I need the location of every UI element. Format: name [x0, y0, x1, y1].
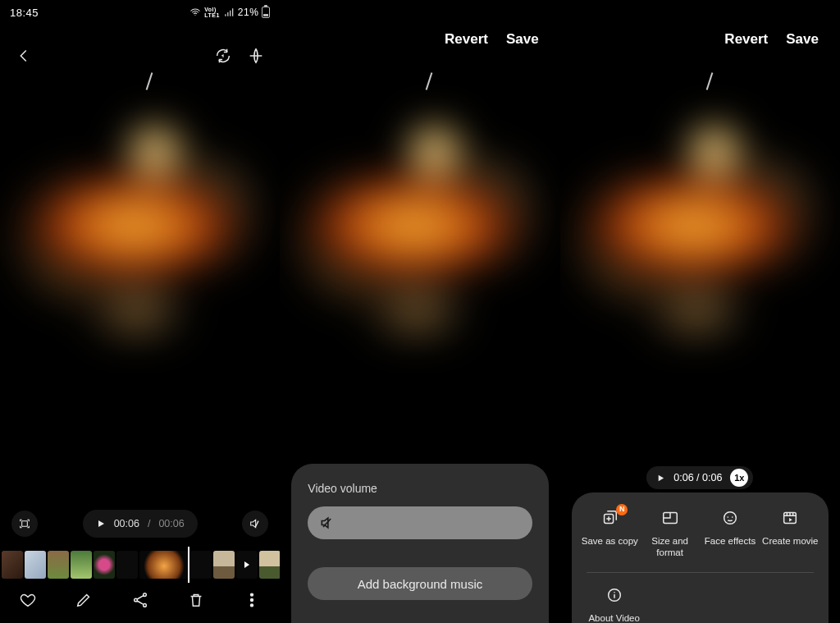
video-volume-screen: Revert Save Video volume Add background … — [280, 0, 559, 623]
gallery-video-screen: 18:45 VoI)LTE1 21% — [0, 0, 280, 623]
bottom-action-bar — [0, 582, 280, 618]
divider — [587, 572, 814, 573]
tool-label: Face effects — [705, 535, 756, 547]
tools-sheet: N Save as copy Size and format Face effe… — [572, 492, 829, 623]
play-icon — [96, 519, 106, 529]
volume-sheet: Video volume Add background music — [291, 464, 548, 623]
thumbnail[interactable] — [2, 551, 23, 579]
volume-slider[interactable] — [308, 506, 532, 539]
video-tools-screen: Revert Save 0:06 / 0:06 1x N Save as cop… — [560, 0, 840, 623]
remaster-icon[interactable] — [214, 47, 232, 65]
svg-point-6 — [724, 512, 737, 525]
svg-point-7 — [727, 516, 728, 518]
editor-header: Revert Save — [423, 31, 560, 48]
thumbnail[interactable] — [94, 551, 115, 579]
edit-icon[interactable] — [75, 591, 93, 609]
speed-chip[interactable]: 1x — [730, 469, 748, 487]
battery-text: 21% — [238, 7, 259, 18]
sheet-title: Video volume — [308, 482, 532, 495]
capture-frame-button[interactable] — [11, 511, 38, 537]
tool-label: Create movie — [762, 535, 818, 547]
favorite-icon[interactable] — [19, 591, 37, 609]
more-icon[interactable] — [243, 591, 261, 609]
svg-point-8 — [732, 516, 733, 518]
back-icon[interactable] — [15, 47, 33, 65]
tool-label: Save as copy — [582, 535, 638, 547]
thumbnail[interactable] — [25, 551, 46, 579]
video-preview-streak — [705, 72, 713, 90]
save-button[interactable]: Save — [786, 31, 819, 48]
thumbnail[interactable] — [259, 551, 280, 579]
save-as-copy-button[interactable]: N Save as copy — [580, 507, 639, 559]
create-movie-button[interactable]: Create movie — [760, 507, 819, 559]
create-movie-icon — [781, 509, 799, 527]
thumbnail[interactable] — [48, 551, 69, 579]
clock: 18:45 — [10, 7, 39, 19]
time-text: 0:06 / 0:06 — [673, 472, 722, 483]
volte-icon: VoI)LTE1 — [204, 7, 220, 18]
mute-button[interactable] — [242, 511, 268, 537]
info-icon — [605, 586, 623, 604]
size-format-icon — [661, 509, 679, 527]
face-effects-button[interactable]: Face effects — [701, 507, 760, 559]
playback-pill[interactable]: 0:06 / 0:06 1x — [646, 466, 753, 489]
filmstrip[interactable] — [0, 551, 280, 579]
delete-icon[interactable] — [187, 591, 205, 609]
editor-header: Revert Save — [703, 31, 840, 48]
svg-point-2 — [251, 599, 253, 602]
revert-button[interactable]: Revert — [445, 31, 488, 48]
add-background-music-button[interactable]: Add background music — [308, 567, 532, 600]
time-total: 00:06 — [158, 518, 184, 529]
play-icon — [656, 474, 665, 483]
thumbnail-video[interactable] — [236, 551, 258, 579]
thumbnail-current[interactable] — [139, 551, 189, 579]
tool-label: Size and format — [641, 535, 700, 559]
svg-point-11 — [614, 592, 615, 593]
top-bar — [0, 39, 280, 72]
tool-label: About Video Editor — [585, 612, 644, 623]
new-badge: N — [616, 504, 628, 515]
playback-pill[interactable]: 00:06 / 00:06 — [83, 510, 198, 538]
revert-button[interactable]: Revert — [724, 31, 768, 48]
status-bar: 18:45 VoI)LTE1 21% — [0, 0, 280, 25]
video-preview[interactable] — [280, 90, 559, 337]
video-preview[interactable] — [0, 90, 280, 337]
wifi-icon — [189, 7, 201, 18]
svg-point-1 — [251, 593, 253, 596]
thumbnail[interactable] — [116, 551, 138, 579]
svg-rect-0 — [22, 521, 28, 527]
face-effects-icon — [721, 509, 739, 527]
svg-point-3 — [251, 604, 253, 607]
time-sep: / — [148, 518, 150, 529]
video-preview-streak — [146, 72, 153, 90]
bg-music-label: Add background music — [358, 577, 483, 591]
video-preview[interactable] — [560, 90, 840, 337]
thumbnail[interactable] — [190, 551, 212, 579]
thumbnail[interactable] — [71, 551, 92, 579]
vision-icon[interactable] — [247, 47, 265, 65]
size-format-button[interactable]: Size and format — [641, 507, 700, 559]
about-video-editor-button[interactable]: About Video Editor — [585, 584, 644, 623]
thumbnail[interactable] — [213, 551, 235, 579]
mute-icon — [319, 515, 336, 531]
share-icon[interactable] — [131, 591, 149, 609]
time-current: 00:06 — [114, 518, 139, 529]
signal-icon — [223, 7, 235, 18]
save-button[interactable]: Save — [506, 31, 539, 48]
video-preview-streak — [426, 72, 433, 90]
battery-icon — [262, 7, 270, 18]
